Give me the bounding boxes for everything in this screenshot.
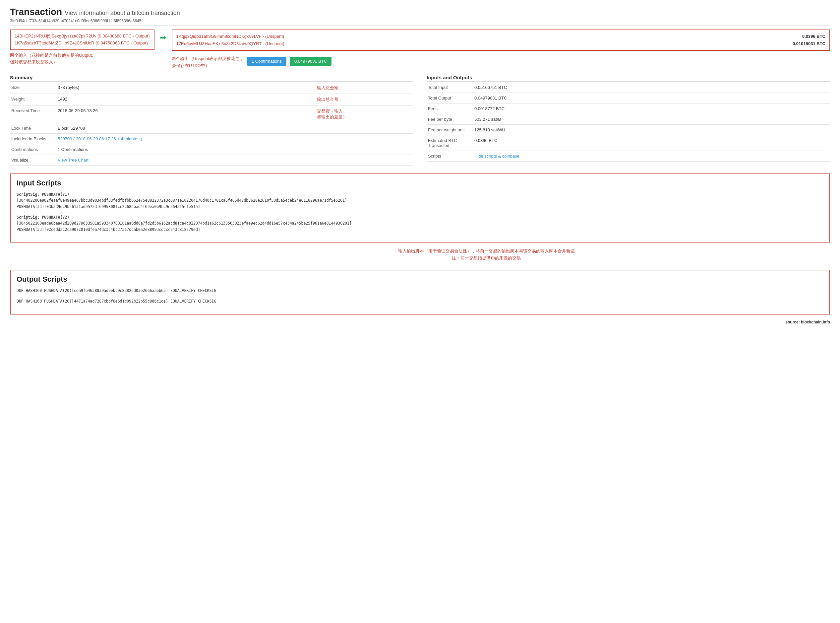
tx-hash-value: 3fd0d94dcf733a614f14a930a470241e0d99ea69… xyxy=(10,18,142,23)
summary-row-1: Weight1492输出总金额 xyxy=(10,94,413,105)
summary-row-3: Lock TimeBlock: 529708 xyxy=(10,123,413,134)
summary-row-5: Confirmations1 Confirmations xyxy=(10,144,413,155)
tx-outputs-col: 1Kqjq3Qiqbd1ah9G9imm8comNDKgxVvLVF - (Un… xyxy=(172,29,830,69)
summary-row-6: VisualizeView Tree Chart xyxy=(10,155,413,165)
io-row-4: Fee per weight unit125.818 sat/WU xyxy=(427,124,830,135)
io-row-5: Estimated BTC Transacted0.0396 BTC xyxy=(427,135,830,150)
input-address-1[interactable]: 14BHEP2sNRUJj5jSexgBjyszza87psR2Uv (0.00… xyxy=(15,33,150,40)
output-amount-1: 0.0396 BTC xyxy=(802,33,825,40)
io-label-3: Fee per byte xyxy=(427,114,473,124)
tx-inputs-box: 14BHEP2sNRUJj5jSexgBjyszza87psR2Uv (0.00… xyxy=(10,29,155,50)
tx-outputs-box: 1Kqjq3Qiqbd1ah9G9imm8comNDKgxVvLVF - (Un… xyxy=(172,29,830,51)
io-row-3: Fee per byte503.271 sat/B xyxy=(427,114,830,124)
output-addr-2-text: 17Eu6pyMUJZHoaEKxj3u8k2D3izdw9QYRT xyxy=(176,41,262,46)
annotation-inputs-line1: 两个输入（花掉的是之前其他交易的Output, xyxy=(10,53,93,58)
tx-hash: 3fd0d94dcf733a614f14a930a470241e0d99ea69… xyxy=(10,18,830,26)
summary-title: Summary xyxy=(10,75,413,82)
total-btc-button[interactable]: 0.04979031 BTC xyxy=(290,57,332,66)
io-title: Inputs and Outputs xyxy=(427,75,830,82)
scripts-annotation-line2: 注：前一交易指提供币的来源的交易 xyxy=(452,255,521,261)
io-row-0: Total Input0.05166751 BTC xyxy=(427,82,830,93)
output-scripts-title: Output Scripts xyxy=(17,275,823,284)
summary-link-6[interactable]: View Tree Chart xyxy=(58,158,89,163)
output-address-2[interactable]: 17Eu6pyMUJZHoaEKxj3u8k2D3izdw9QYRT - (Un… xyxy=(176,40,285,48)
arrow-col: ➡ xyxy=(160,29,167,42)
output-status-2: Unspent xyxy=(267,41,283,46)
tx-output-row-1: 1Kqjq3Qiqbd1ah9G9imm8comNDKgxVvLVF - (Un… xyxy=(176,33,825,40)
summary-value-2: 2018-06-29 06:13:26 xyxy=(57,105,315,123)
output-address-1[interactable]: 1Kqjq3Qiqbd1ah9G9imm8comNDKgxVvLVF - (Un… xyxy=(176,33,285,40)
input-script-block-1: ScriptSig: PUSHDATA(72)[3045022100eade6b… xyxy=(17,214,823,233)
source-value: source: blockchain.info xyxy=(785,320,830,324)
tx-confirmations-row: 两个输出（Unspent表示都没被花过， 会保存在UTXO中） 1 Confir… xyxy=(172,54,830,69)
summary-value-4[interactable]: 529709 ( 2018-06-29 06:17:26 + 4 minutes… xyxy=(57,134,315,144)
io-section: Inputs and Outputs Total Input0.05166751… xyxy=(427,75,830,166)
summary-label-5: Confirmations xyxy=(10,144,57,155)
summary-section: Summary Size373 (bytes)输入总金额Weight1492输出… xyxy=(10,75,413,166)
arrow-icon: ➡ xyxy=(160,33,167,42)
io-label-0: Total Input xyxy=(427,82,473,93)
summary-value-3: Block: 529708 xyxy=(57,123,315,134)
output-amount-2: 0.01019031 BTC xyxy=(793,40,825,48)
io-label-1: Total Output xyxy=(427,92,473,103)
title-main: Transaction xyxy=(10,7,62,17)
summary-label-4: Included In Blocks xyxy=(10,134,57,144)
title-subtitle: View information about a bitcoin transac… xyxy=(65,10,180,16)
io-value-2: 0.0018772 BTC xyxy=(473,103,830,114)
io-link-6[interactable]: Hide scripts & coinbase xyxy=(474,153,519,158)
summary-label-3: Lock Time xyxy=(10,123,57,134)
summary-label-2: Received Time xyxy=(10,105,57,123)
io-label-2: Fees xyxy=(427,103,473,114)
io-label-5: Estimated BTC Transacted xyxy=(427,135,473,150)
summary-row-0: Size373 (bytes)输入总金额 xyxy=(10,82,413,94)
annotation-outputs: 两个输出（Unspent表示都没被花过， 会保存在UTXO中） xyxy=(172,55,244,69)
summary-label-6: Visualize xyxy=(10,155,57,165)
scripts-annotation: 输入输出脚本（用于验证交易合法性），将前一交易的输出脚本与该交易的输入脚本合并验… xyxy=(142,248,830,262)
io-value-6[interactable]: Hide scripts & coinbase xyxy=(473,150,830,161)
output-script-block-1: DUP HASH160 PUSHDATA(20)[4471a74ad7287cb… xyxy=(17,298,823,304)
output-scripts-section: Output Scripts DUP HASH160 PUSHDATA(20)[… xyxy=(10,270,830,315)
output-addr-1-text: 1Kqjq3Qiqbd1ah9G9imm8comNDKgxVvLVF xyxy=(176,34,262,39)
summary-value-6[interactable]: View Tree Chart xyxy=(57,155,315,165)
page-title: Transaction View information about a bit… xyxy=(10,7,830,17)
summary-link-4[interactable]: 529709 ( 2018-06-29 06:17:26 + 4 minutes… xyxy=(58,137,142,141)
summary-row-4: Included In Blocks529709 ( 2018-06-29 06… xyxy=(10,134,413,144)
io-value-0: 0.05166751 BTC xyxy=(473,82,830,93)
io-row-2: Fees0.0018772 BTC xyxy=(427,103,830,114)
tx-io-section: 14BHEP2sNRUJj5jSexgBjyszza87psR2Uv (0.00… xyxy=(10,29,830,69)
io-table: Total Input0.05166751 BTCTotal Output0.0… xyxy=(427,82,830,161)
output-status-1: Unspent xyxy=(266,34,282,39)
annotation-outputs-line2: 会保存在UTXO中） xyxy=(172,63,210,68)
input-address-2[interactable]: 1K7q5sqzbTTttdd6MtZDHb9E4jjCShiUcR (0.04… xyxy=(15,40,150,47)
summary-table: Size373 (bytes)输入总金额Weight1492输出总金额Recei… xyxy=(10,82,413,166)
confirmations-button[interactable]: 1 Confirmations xyxy=(247,57,286,66)
input-scripts-section: Input Scripts ScriptSig: PUSHDATA(71)[30… xyxy=(10,173,830,242)
summary-row-2: Received Time2018-06-29 06:13:26交易费（输入和输… xyxy=(10,105,413,123)
summary-label-0: Size xyxy=(10,82,57,94)
input-script-block-0: ScriptSig: PUSHDATA(71)[304402200e902fea… xyxy=(17,192,823,210)
input-scripts-title: Input Scripts xyxy=(17,179,823,187)
summary-label-1: Weight xyxy=(10,94,57,105)
summary-value-0: 373 (bytes) xyxy=(57,82,315,94)
two-col-layout: Summary Size373 (bytes)输入总金额Weight1492输出… xyxy=(10,75,830,166)
io-row-1: Total Output0.04979031 BTC xyxy=(427,92,830,103)
output-script-block-0: DUP HASH160 PUSHDATA(20)[cea9fb4638839ad… xyxy=(17,288,823,293)
tx-output-row-2: 17Eu6pyMUJZHoaEKxj3u8k2D3izdw9QYRT - (Un… xyxy=(176,40,825,48)
tx-inputs-col: 14BHEP2sNRUJj5jSexgBjyszza87psR2Uv (0.00… xyxy=(10,29,155,66)
io-label-4: Fee per weight unit xyxy=(427,124,473,135)
scripts-annotation-line1: 输入输出脚本（用于验证交易合法性），将前一交易的输出脚本与该交易的输入脚本合并验… xyxy=(398,249,575,253)
io-label-6: Scripts xyxy=(427,150,473,161)
io-value-1: 0.04979031 BTC xyxy=(473,92,830,103)
source-text: source: blockchain.info xyxy=(10,320,830,324)
io-value-5: 0.0396 BTC xyxy=(473,135,830,150)
io-row-6: ScriptsHide scripts & coinbase xyxy=(427,150,830,161)
annotation-outputs-line1: 两个输出（Unspent表示都没被花过， xyxy=(172,56,244,61)
summary-value-1: 1492 xyxy=(57,94,315,105)
io-value-4: 125.818 sat/WU xyxy=(473,124,830,135)
summary-value-5: 1 Confirmations xyxy=(57,144,315,155)
io-value-3: 503.271 sat/B xyxy=(473,114,830,124)
annotation-inputs: 两个输入（花掉的是之前其他交易的Output, 但对该交易来说是输入） xyxy=(10,52,155,66)
annotation-inputs-line2: 但对该交易来说是输入） xyxy=(10,59,57,64)
